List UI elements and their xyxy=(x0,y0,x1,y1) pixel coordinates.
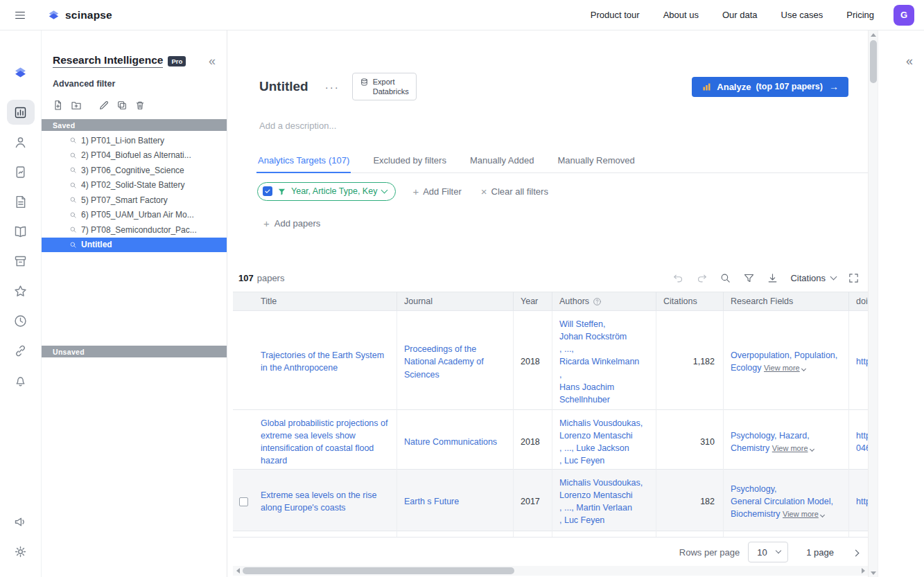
paper-title-link[interactable]: Global probabilistic projections of extr… xyxy=(261,417,390,468)
header-research-fields[interactable]: Research Fields xyxy=(724,292,849,310)
row-checkbox[interactable] xyxy=(239,497,248,506)
journal-link[interactable]: Proceedings of the National Academy of S… xyxy=(404,343,506,380)
profile-icon[interactable] xyxy=(7,130,35,154)
nav-about-us[interactable]: About us xyxy=(663,10,699,20)
row-select-cell[interactable] xyxy=(233,311,254,413)
doi-link[interactable]: http xyxy=(856,355,868,368)
nav-use-cases[interactable]: Use cases xyxy=(781,10,823,20)
scroll-left-arrow[interactable] xyxy=(233,566,243,576)
document-title[interactable]: Untitled xyxy=(259,79,308,94)
rows-per-page-label: Rows per page xyxy=(679,547,740,558)
user-avatar[interactable]: G xyxy=(894,5,914,26)
sidebar-item-untitled-selected[interactable]: Untitled xyxy=(42,238,227,253)
view-more-link[interactable]: View more xyxy=(783,510,824,518)
feedback-icon[interactable] xyxy=(7,509,35,534)
new-folder-icon[interactable] xyxy=(71,100,82,111)
help-icon[interactable] xyxy=(593,297,602,306)
brand-logo[interactable]: scinapse xyxy=(47,8,112,21)
papers-icon[interactable] xyxy=(7,189,35,214)
analyze-button[interactable]: Analyze (top 107 papers) → xyxy=(692,77,848,97)
device-analytics-icon[interactable] xyxy=(7,159,35,184)
authors-links[interactable]: Michalis Vousdoukas, Lorenzo Mentaschi ,… xyxy=(559,477,643,527)
sidebar-item-pt04[interactable]: 2) PT04_Biofuel as Alternati... xyxy=(42,148,227,163)
header-doi[interactable]: doi xyxy=(849,292,868,310)
nav-pricing[interactable]: Pricing xyxy=(846,10,874,20)
scroll-right-arrow[interactable] xyxy=(858,566,868,576)
journal-link[interactable]: Earth s Future xyxy=(404,495,459,508)
duplicate-icon[interactable] xyxy=(116,100,128,111)
view-more-link[interactable]: View more xyxy=(772,444,814,452)
doi-link[interactable]: http xyxy=(856,495,868,508)
nav-our-data[interactable]: Our data xyxy=(722,10,758,20)
sort-dropdown[interactable]: Citations xyxy=(790,273,836,283)
horizontal-scrollbar[interactable] xyxy=(233,566,868,576)
header-citations[interactable]: Citations xyxy=(656,292,724,310)
scinapse-mark-icon[interactable] xyxy=(7,60,35,85)
hamburger-menu-icon[interactable] xyxy=(0,0,40,30)
history-icon[interactable] xyxy=(7,308,35,333)
sidebar-item-pt07[interactable]: 5) PT07_Smart Factory xyxy=(42,193,227,208)
settings-icon[interactable] xyxy=(7,539,35,564)
sidebar-item-pt02[interactable]: 4) PT02_Solid-State Battery xyxy=(42,178,227,193)
favorites-icon[interactable] xyxy=(7,278,35,303)
header-year[interactable]: Year xyxy=(514,292,552,310)
authors-links[interactable]: Will Steffen, Johan Rockström , ..., Ric… xyxy=(559,318,649,406)
filter-checkbox-checked[interactable] xyxy=(263,186,272,196)
vertical-scroll-thumb[interactable] xyxy=(870,40,877,83)
year-cell: 2018 xyxy=(514,311,552,413)
view-more-link[interactable]: View more xyxy=(764,364,805,372)
research-intelligence-icon[interactable] xyxy=(7,100,35,125)
edit-icon[interactable] xyxy=(98,100,110,111)
paper-title-link[interactable]: Trajectories of the Earth System in the … xyxy=(261,349,390,374)
scroll-up-arrow[interactable] xyxy=(869,30,878,39)
journals-icon[interactable] xyxy=(7,219,35,244)
fullscreen-icon[interactable] xyxy=(848,272,860,284)
collections-icon[interactable] xyxy=(7,249,35,274)
nav-product-tour[interactable]: Product tour xyxy=(591,10,640,20)
filter-icon[interactable] xyxy=(743,272,755,284)
sidebar-item-pt06[interactable]: 3) PT06_Cognitive_Science xyxy=(42,163,227,178)
row-select-cell[interactable] xyxy=(233,410,254,474)
more-options-button[interactable]: ··· xyxy=(325,81,340,93)
notifications-icon[interactable] xyxy=(7,368,35,393)
horizontal-scroll-thumb[interactable] xyxy=(243,567,514,574)
header-authors[interactable]: Authors xyxy=(552,292,656,310)
rows-per-page-select[interactable]: 10 xyxy=(748,542,788,562)
authors-links[interactable]: Michalis Vousdoukas, Lorenzo Mentaschi ,… xyxy=(559,417,643,468)
sidebar-item-pt01[interactable]: 1) PT01_Li-ion Battery xyxy=(42,133,227,148)
funnel-icon xyxy=(277,187,286,196)
tab-excluded-by-filters[interactable]: Excluded by filters xyxy=(372,155,448,172)
undo-icon[interactable] xyxy=(672,272,684,284)
row-select-cell[interactable] xyxy=(233,470,254,534)
link-icon[interactable] xyxy=(7,338,35,363)
journal-link[interactable]: Nature Communications xyxy=(404,436,497,448)
tab-analytics-targets[interactable]: Analytics Targets(107) xyxy=(256,155,351,173)
vertical-scrollbar[interactable] xyxy=(868,30,878,577)
description-placeholder[interactable]: Add a description... xyxy=(259,121,868,132)
tab-manually-removed[interactable]: Manually Removed xyxy=(556,155,636,172)
chevron-down-icon xyxy=(809,447,814,452)
scinapse-logo-icon xyxy=(47,8,60,21)
delete-icon[interactable] xyxy=(134,100,146,111)
redo-icon[interactable] xyxy=(696,272,708,284)
header-title[interactable]: Title xyxy=(254,292,397,310)
active-filter-pill[interactable]: Year, Article Type, Key xyxy=(257,182,396,201)
clear-all-filters-button[interactable]: × Clear all filters xyxy=(481,186,548,197)
sidebar-collapse-icon[interactable]: « xyxy=(209,55,216,67)
header-journal[interactable]: Journal xyxy=(397,292,514,310)
new-file-icon[interactable] xyxy=(53,100,64,111)
scroll-down-arrow[interactable] xyxy=(869,569,878,577)
right-panel: « xyxy=(878,30,924,577)
download-icon[interactable] xyxy=(767,272,778,284)
doi-link[interactable]: http 046 xyxy=(856,429,868,454)
next-page-button[interactable] xyxy=(853,549,858,556)
tab-manually-added[interactable]: Manually Added xyxy=(469,155,536,172)
sidebar-item-pt05[interactable]: 6) PT05_UAM_Urban Air Mo... xyxy=(42,208,227,223)
add-filter-button[interactable]: + Add Filter xyxy=(412,186,461,197)
paper-title-link[interactable]: Extreme sea levels on the rise along Eur… xyxy=(261,489,390,514)
search-icon[interactable] xyxy=(720,272,731,284)
sidebar-item-pt08[interactable]: 7) PT08_Semiconductor_Pac... xyxy=(42,222,227,238)
add-papers-button[interactable]: + Add papers xyxy=(263,218,320,229)
export-databricks-button[interactable]: Export Databricks xyxy=(352,73,417,101)
right-panel-collapse-icon[interactable]: « xyxy=(906,54,913,69)
